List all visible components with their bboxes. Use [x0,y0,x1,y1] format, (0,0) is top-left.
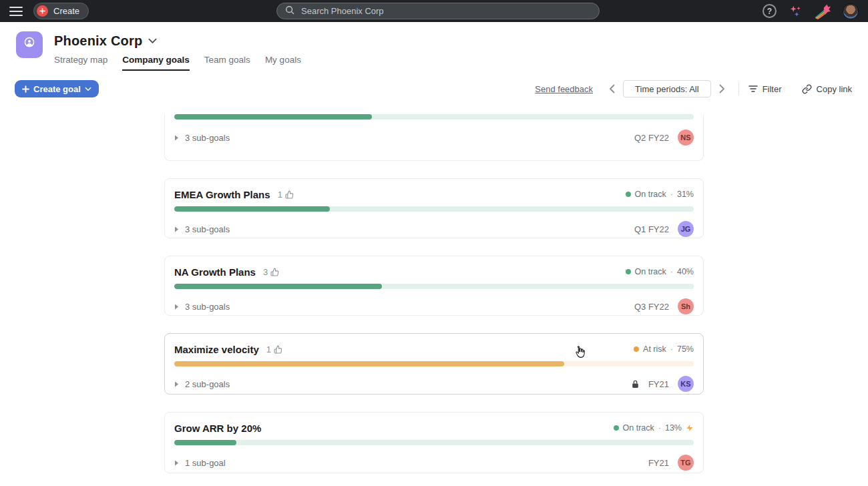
bolt-icon [686,423,694,433]
likes-button[interactable]: 1 [278,190,294,200]
time-period-label: Q1 FY22 [634,224,669,234]
progress-track [174,114,694,119]
filter-label: Filter [763,84,782,94]
goal-title: Grow ARR by 20% [174,423,261,434]
progress-fill [174,114,372,119]
search-input[interactable] [300,5,591,17]
global-search[interactable] [276,3,600,19]
status-dot [626,192,631,197]
status-dot [634,346,639,352]
create-button-label: Create [53,6,79,16]
phoenix-logo-icon[interactable] [814,3,831,20]
goal-card[interactable]: EMEA Growth Plans 1 On track · 31% 3 sub… [164,178,704,238]
progress-track [174,206,694,212]
likes-button[interactable]: 1 [266,344,282,354]
help-icon: ? [767,7,772,16]
goal-title: NA Growth Plans [174,266,256,278]
owner-avatar[interactable]: Sh [678,298,694,314]
chevron-down-icon [85,87,91,91]
time-period-label: FY21 [648,458,669,468]
chevron-right-icon [719,84,725,93]
progress-track [174,440,694,445]
previous-period-button[interactable] [604,81,620,96]
copy-link-button[interactable]: Copy link [802,84,852,94]
tab-strategy-map[interactable]: Strategy map [54,55,107,71]
expand-caret-icon[interactable] [174,381,179,387]
subgoals-toggle[interactable]: 1 sub-goal [185,458,226,468]
send-feedback-link[interactable]: Send feedback [535,84,593,94]
workspace-header: Phoenix Corp Strategy map Company goals … [16,31,301,71]
tab-my-goals[interactable]: My goals [265,55,301,71]
progress-percent: 31% [677,190,694,199]
time-periods-label: Time periods: All [635,84,699,94]
progress-fill [174,361,564,367]
time-periods-selector[interactable]: Time periods: All [623,80,711,97]
progress-track [174,361,694,367]
subgoals-toggle[interactable]: 3 sub-goals [185,133,230,143]
expand-caret-icon[interactable] [174,304,179,310]
help-button[interactable]: ? [763,4,777,18]
owner-avatar[interactable]: JG [678,221,694,237]
subgoals-toggle[interactable]: 3 sub-goals [185,224,230,234]
goals-toolbar: Create goal Send feedback Time periods: … [15,79,852,98]
workspace-avatar [16,31,43,58]
create-button[interactable]: Create [33,3,89,19]
progress-percent: 40% [677,267,694,276]
progress-fill [174,440,236,445]
goal-card-clipped[interactable]: 3 sub-goals Q2 FY22 NS [164,114,704,161]
lock-icon [631,379,640,389]
progress-percent: 75% [677,344,694,354]
goal-title: EMEA Growth Plans [174,189,270,200]
owner-avatar[interactable]: TG [678,455,694,471]
goal-card[interactable]: NA Growth Plans 3 On track · 40% 3 sub-g… [164,256,704,316]
status-label: On track [623,423,654,433]
goals-list: 3 sub-goals Q2 FY22 NS EMEA Growth Plans… [164,103,704,486]
tab-company-goals[interactable]: Company goals [122,55,190,71]
expand-caret-icon[interactable] [174,226,179,232]
next-period-button[interactable] [714,81,730,96]
goal-card-hovered[interactable]: Maximize velocity 1 At risk · 75% 2 sub-… [164,333,704,395]
header-tabs: Strategy map Company goals Team goals My… [54,55,301,71]
time-period-label: Q3 FY22 [634,302,669,312]
goal-card[interactable]: Grow ARR by 20% On track · 13% 1 sub-goa… [164,412,704,473]
sparkles-icon[interactable] [788,4,803,19]
goal-person-icon [22,36,37,53]
subgoals-toggle[interactable]: 3 sub-goals [185,302,230,312]
top-navigation-bar: Create ? [0,0,868,22]
filter-icon [748,85,758,93]
status-label: At risk [643,344,666,354]
filter-button[interactable]: Filter [748,84,782,94]
owner-avatar[interactable]: NS [678,130,694,146]
time-period-label: Q2 FY22 [634,133,669,143]
user-avatar[interactable] [843,3,859,19]
tab-team-goals[interactable]: Team goals [204,55,250,71]
toolbar-divider [738,82,739,95]
subgoals-toggle[interactable]: 2 sub-goals [185,379,230,389]
likes-count: 1 [278,190,282,200]
expand-caret-icon[interactable] [174,460,179,466]
create-goal-button[interactable]: Create goal [15,80,99,97]
status-label: On track [635,190,666,199]
chevron-down-icon[interactable] [148,38,157,44]
likes-button[interactable]: 3 [263,267,279,277]
copy-link-label: Copy link [817,84,852,94]
status-badge: On track · 40% [626,267,694,276]
likes-count: 1 [266,344,271,354]
toolbar-right-group: Send feedback Time periods: All Filter C… [535,80,852,97]
plus-icon [37,5,48,17]
thumbs-up-icon [285,190,294,199]
owner-avatar[interactable]: KS [678,376,694,392]
expand-caret-icon[interactable] [174,135,179,141]
status-label: On track [635,267,666,276]
status-badge: On track · 31% [626,190,694,199]
time-period-label: FY21 [648,379,669,389]
progress-fill [174,206,330,212]
progress-percent: 13% [665,423,682,433]
chevron-left-icon [609,84,615,93]
menu-icon[interactable] [9,7,23,16]
page-title: Phoenix Corp [54,33,142,49]
workspace-header-text: Phoenix Corp Strategy map Company goals … [54,31,301,71]
create-goal-label: Create goal [33,84,81,94]
status-dot [626,269,631,274]
thumbs-up-icon [270,268,279,276]
